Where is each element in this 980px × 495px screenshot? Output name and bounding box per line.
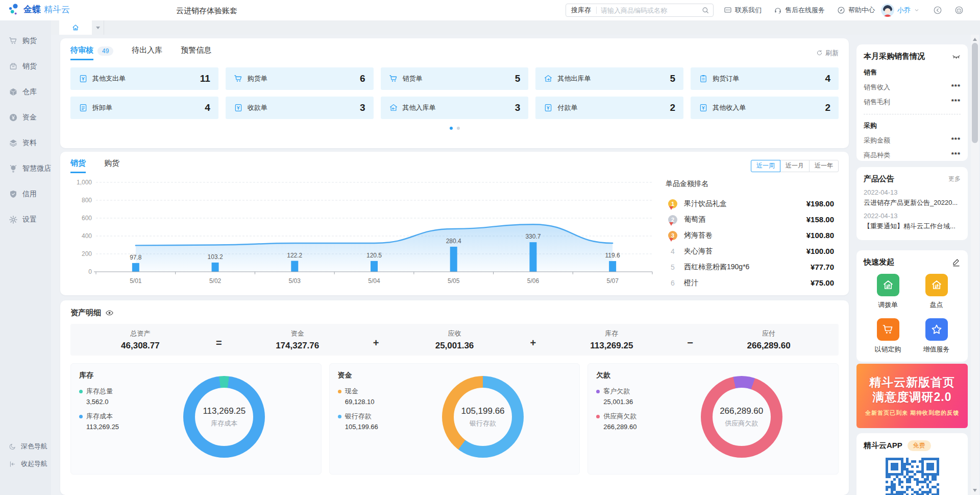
quick-tile-以销定购[interactable]: 以销定购 [875, 318, 901, 354]
asset-card-欠款: 欠款客户欠款25,001.36供应商欠款266,289.60266,289.60… [587, 363, 839, 475]
carousel-dot-1[interactable] [450, 127, 453, 130]
svg-text:119.6: 119.6 [605, 252, 620, 259]
todo-card-其他支出单[interactable]: 其他支出单11 [70, 67, 218, 90]
refresh-button[interactable]: 刷新 [816, 49, 839, 58]
user-menu[interactable]: 小乔 [881, 0, 920, 20]
rank-number: 6 [671, 279, 675, 287]
scrollbar-thumb[interactable] [972, 43, 978, 143]
formula-label: 资金 [228, 329, 368, 338]
logout-power-icon[interactable] [954, 6, 964, 15]
todo-card-收款单[interactable]: 收款单3 [226, 97, 374, 119]
workspace-title: 云进销存体验账套 [176, 6, 237, 16]
legend-label: 银行存款 [345, 412, 372, 421]
formula-value: 113,269.25 [542, 341, 681, 351]
formula-value: 46,308.77 [70, 341, 210, 351]
ranking-row[interactable]: 2葡萄酒¥158.00 [666, 211, 834, 227]
ranking-row[interactable]: 1果汁饮品礼盒¥198.00 [666, 196, 834, 211]
todo-card-label: 购货单 [248, 74, 267, 83]
range-button-近一周[interactable]: 近一周 [751, 160, 780, 172]
todo-tab-待审核[interactable]: 待审核49 [70, 45, 113, 60]
todo-card-其他出库单[interactable]: 其他出库单5 [535, 67, 683, 90]
medal-rank-1-icon: 1 [668, 199, 677, 208]
todo-card-count: 5 [515, 73, 521, 84]
sidebar-item-设置[interactable]: 设置 [0, 207, 51, 232]
svg-text:0: 0 [88, 268, 92, 275]
header-link-after-sales[interactable]: 售后在线服务 [774, 6, 825, 15]
asset-card-title: 资金 [338, 371, 572, 380]
todo-card-label: 付款单 [557, 103, 577, 112]
announcement-item[interactable]: 2022-04-13云进销存产品更新公告_20220... [864, 188, 961, 207]
sidebar-item-信用[interactable]: 信用 [0, 181, 51, 207]
range-button-近一月[interactable]: 近一月 [780, 160, 810, 172]
quick-tile-增值服务[interactable]: 增值服务 [923, 318, 950, 354]
eye-closed-icon[interactable] [952, 52, 961, 61]
sidebar-item-仓库[interactable]: 仓库 [0, 79, 51, 105]
range-button-近一年[interactable]: 近一年 [809, 160, 839, 172]
page-scrollbar[interactable] [971, 35, 979, 495]
todo-card-销货单[interactable]: 销货单5 [381, 67, 529, 90]
trend-tab-购货[interactable]: 购货 [104, 158, 119, 173]
todo-card-拆卸单[interactable]: 拆卸单4 [70, 97, 218, 119]
todo-tab-label: 预警信息 [181, 45, 211, 60]
todo-tab-count-badge: 49 [97, 46, 113, 56]
cart-icon [389, 74, 398, 83]
quick-tile-调拨单[interactable]: 调拨单 [877, 274, 899, 310]
sidebar-item-资金[interactable]: 资金 [0, 105, 51, 130]
search-input[interactable] [597, 7, 698, 14]
ranking-row[interactable]: 3烤海苔卷¥100.80 [666, 227, 834, 243]
survey-banner[interactable]: 精斗云新版首页 满意度调研2.0 全新首页已到来 期待收到您的反馈 [856, 364, 968, 428]
todo-card-其他收入单[interactable]: 其他收入单2 [691, 97, 839, 119]
search-icon[interactable] [698, 6, 713, 14]
rank-number: 5 [671, 263, 675, 271]
more-link[interactable]: 更多 [948, 175, 961, 183]
back-icon[interactable] [933, 6, 942, 15]
quick-tile-盘点[interactable]: 盘点 [925, 274, 948, 310]
date-range-group: 近一周近一月近一年 [751, 160, 839, 172]
formula-operator: = [210, 331, 228, 349]
tab-list-dropdown[interactable] [92, 20, 104, 35]
carousel-dot-2[interactable] [457, 127, 460, 130]
header-link-contact[interactable]: 联系我们 [724, 6, 762, 15]
eye-icon[interactable] [105, 309, 114, 317]
todo-card-付款单[interactable]: 付款单2 [535, 97, 683, 119]
summary-title: 本月采购销售情况 [864, 52, 925, 61]
todo-card-购货单[interactable]: 购货单6 [226, 67, 374, 90]
svg-text:103.2: 103.2 [208, 253, 223, 261]
todo-tab-label: 待审核 [70, 45, 93, 60]
scroll-up-arrow[interactable] [971, 36, 979, 43]
todo-card-其他入库单[interactable]: 其他入库单3 [381, 97, 529, 119]
logo-text-light: 精斗云 [44, 4, 70, 15]
announcement-item[interactable]: 2022-04-13【重要通知】精斗云工作台域... [864, 212, 961, 231]
sidebar-footer-收起导航[interactable]: 收起导航 [0, 455, 51, 473]
sidebar-item-智慧微店[interactable]: 智慧微店 [0, 156, 51, 181]
ranking-row[interactable]: 5西红柿意粉酱190g*6¥77.70 [666, 259, 834, 275]
bill-icon [699, 103, 708, 112]
search-scope-selector[interactable]: 搜库存 [566, 7, 597, 14]
sidebar-item-购货[interactable]: 购货 [0, 28, 51, 54]
medal-rank-2-icon: 2 [668, 215, 677, 224]
home-tab[interactable] [59, 20, 92, 35]
todo-tab-预警信息[interactable]: 预警信息 [181, 45, 211, 60]
scroll-down-arrow[interactable] [971, 487, 979, 494]
sidebar-footer-label: 深色导航 [21, 442, 47, 451]
svg-text:600: 600 [82, 215, 92, 222]
sidebar-footer-深色导航[interactable]: 深色导航 [0, 438, 51, 455]
ranking-row[interactable]: 6橙汁¥75.00 [666, 275, 834, 291]
formula-operator: + [368, 331, 385, 349]
sidebar-item-资料[interactable]: 资料 [0, 130, 51, 156]
todo-card-count: 4 [825, 73, 830, 84]
sidebar-item-销货[interactable]: 销货 [0, 54, 51, 79]
edit-pencil-icon[interactable] [952, 258, 961, 267]
summary-row: 销售收入*** [864, 83, 961, 92]
todo-card-购货订单[interactable]: 购货订单4 [691, 67, 839, 90]
carousel-dots [70, 127, 839, 130]
header-link-help-center[interactable]: 帮助中心 [837, 6, 875, 15]
formula-value: 266,289.60 [699, 341, 839, 351]
trend-tab-销货[interactable]: 销货 [70, 158, 86, 173]
todo-tab-待出入库[interactable]: 待出入库 [132, 45, 162, 60]
app-logo[interactable]: 金蝶 精斗云 [8, 3, 70, 15]
headset-icon [774, 6, 782, 14]
ranking-row[interactable]: 4夹心海苔¥100.00 [666, 243, 834, 259]
doc-icon [79, 103, 88, 112]
svg-text:1,000: 1,000 [77, 179, 92, 186]
